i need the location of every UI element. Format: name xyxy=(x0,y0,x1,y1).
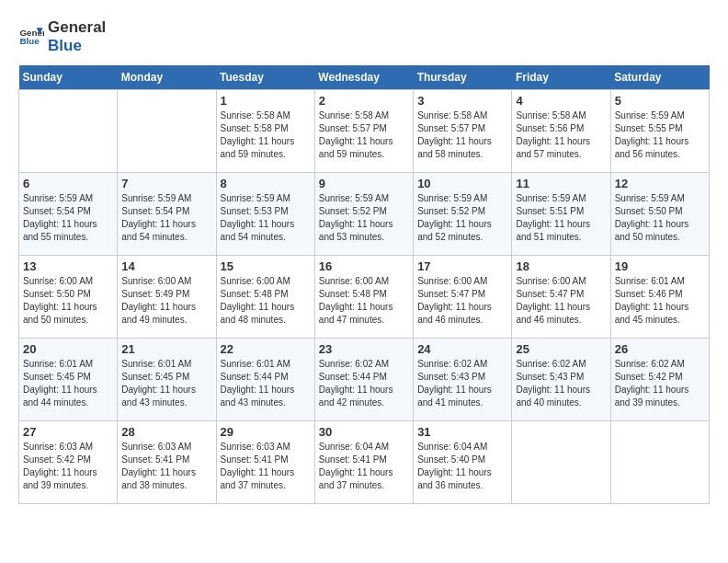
calendar-cell: 17Sunrise: 6:00 AM Sunset: 5:47 PM Dayli… xyxy=(414,255,512,338)
day-info: Sunrise: 5:58 AM Sunset: 5:58 PM Dayligh… xyxy=(221,109,311,161)
calendar-cell: 28Sunrise: 6:03 AM Sunset: 5:41 PM Dayli… xyxy=(118,420,216,503)
calendar-cell: 19Sunrise: 6:01 AM Sunset: 5:46 PM Dayli… xyxy=(610,255,709,338)
day-info: Sunrise: 6:00 AM Sunset: 5:47 PM Dayligh… xyxy=(417,275,507,327)
calendar-cell: 27Sunrise: 6:03 AM Sunset: 5:42 PM Dayli… xyxy=(19,420,118,503)
calendar-cell: 20Sunrise: 6:01 AM Sunset: 5:45 PM Dayli… xyxy=(19,338,118,420)
calendar-cell: 10Sunrise: 5:59 AM Sunset: 5:52 PM Dayli… xyxy=(414,172,512,255)
day-info: Sunrise: 6:00 AM Sunset: 5:47 PM Dayligh… xyxy=(516,275,606,327)
weekday-header-saturday: Saturday xyxy=(610,65,709,90)
calendar-cell xyxy=(610,420,709,503)
day-info: Sunrise: 6:01 AM Sunset: 5:44 PM Dayligh… xyxy=(221,358,311,409)
logo-text-blue: Blue xyxy=(48,37,106,55)
day-info: Sunrise: 5:59 AM Sunset: 5:50 PM Dayligh… xyxy=(615,192,705,244)
logo-icon: General Blue xyxy=(18,24,44,50)
day-number: 31 xyxy=(417,425,507,439)
day-info: Sunrise: 5:59 AM Sunset: 5:52 PM Dayligh… xyxy=(319,192,409,244)
calendar-cell: 31Sunrise: 6:04 AM Sunset: 5:40 PM Dayli… xyxy=(414,420,512,503)
day-info: Sunrise: 6:02 AM Sunset: 5:43 PM Dayligh… xyxy=(417,358,507,409)
calendar-cell: 29Sunrise: 6:03 AM Sunset: 5:41 PM Dayli… xyxy=(216,420,314,503)
day-number: 29 xyxy=(221,425,311,439)
day-number: 28 xyxy=(121,425,211,439)
day-info: Sunrise: 5:59 AM Sunset: 5:52 PM Dayligh… xyxy=(417,192,507,244)
day-number: 17 xyxy=(417,259,507,273)
week-row-2: 6Sunrise: 5:59 AM Sunset: 5:54 PM Daylig… xyxy=(19,172,710,255)
day-number: 13 xyxy=(23,259,113,273)
day-info: Sunrise: 5:59 AM Sunset: 5:54 PM Dayligh… xyxy=(23,192,113,244)
calendar-cell: 24Sunrise: 6:02 AM Sunset: 5:43 PM Dayli… xyxy=(414,338,512,420)
day-number: 30 xyxy=(319,425,409,439)
day-info: Sunrise: 5:59 AM Sunset: 5:51 PM Dayligh… xyxy=(516,192,606,244)
day-info: Sunrise: 6:02 AM Sunset: 5:44 PM Dayligh… xyxy=(319,358,409,409)
calendar-cell: 13Sunrise: 6:00 AM Sunset: 5:50 PM Dayli… xyxy=(19,255,118,338)
day-number: 5 xyxy=(615,94,705,108)
day-info: Sunrise: 5:59 AM Sunset: 5:55 PM Dayligh… xyxy=(615,109,705,161)
day-info: Sunrise: 6:00 AM Sunset: 5:49 PM Dayligh… xyxy=(121,275,211,327)
calendar-cell: 25Sunrise: 6:02 AM Sunset: 5:43 PM Dayli… xyxy=(512,338,610,420)
calendar-cell: 26Sunrise: 6:02 AM Sunset: 5:42 PM Dayli… xyxy=(610,338,709,420)
day-info: Sunrise: 6:03 AM Sunset: 5:42 PM Dayligh… xyxy=(23,441,113,492)
calendar-cell: 3Sunrise: 5:58 AM Sunset: 5:57 PM Daylig… xyxy=(414,89,512,172)
day-number: 27 xyxy=(23,425,113,439)
day-number: 16 xyxy=(319,259,409,273)
day-info: Sunrise: 6:01 AM Sunset: 5:46 PM Dayligh… xyxy=(615,275,705,327)
day-info: Sunrise: 6:02 AM Sunset: 5:43 PM Dayligh… xyxy=(516,358,606,409)
logo-text-general: General xyxy=(48,18,106,37)
day-number: 2 xyxy=(319,94,409,108)
week-row-4: 20Sunrise: 6:01 AM Sunset: 5:45 PM Dayli… xyxy=(19,338,710,420)
day-number: 6 xyxy=(23,177,113,190)
calendar-cell: 22Sunrise: 6:01 AM Sunset: 5:44 PM Dayli… xyxy=(216,338,314,420)
day-info: Sunrise: 5:59 AM Sunset: 5:53 PM Dayligh… xyxy=(221,192,311,244)
day-number: 7 xyxy=(121,177,211,190)
day-number: 10 xyxy=(417,177,507,190)
week-row-5: 27Sunrise: 6:03 AM Sunset: 5:42 PM Dayli… xyxy=(19,420,710,503)
day-info: Sunrise: 6:03 AM Sunset: 5:41 PM Dayligh… xyxy=(221,441,311,492)
calendar-cell: 8Sunrise: 5:59 AM Sunset: 5:53 PM Daylig… xyxy=(216,172,314,255)
calendar-cell: 23Sunrise: 6:02 AM Sunset: 5:44 PM Dayli… xyxy=(314,338,413,420)
day-number: 24 xyxy=(417,342,507,356)
calendar-cell: 4Sunrise: 5:58 AM Sunset: 5:56 PM Daylig… xyxy=(512,89,610,172)
calendar-cell: 9Sunrise: 5:59 AM Sunset: 5:52 PM Daylig… xyxy=(314,172,413,255)
calendar-cell xyxy=(118,89,216,172)
calendar-cell: 6Sunrise: 5:59 AM Sunset: 5:54 PM Daylig… xyxy=(19,172,118,255)
day-info: Sunrise: 6:04 AM Sunset: 5:41 PM Dayligh… xyxy=(319,441,409,492)
calendar-table: SundayMondayTuesdayWednesdayThursdayFrid… xyxy=(18,65,710,504)
calendar-cell xyxy=(512,420,610,503)
calendar-cell: 11Sunrise: 5:59 AM Sunset: 5:51 PM Dayli… xyxy=(512,172,610,255)
week-row-3: 13Sunrise: 6:00 AM Sunset: 5:50 PM Dayli… xyxy=(19,255,710,338)
calendar-cell: 12Sunrise: 5:59 AM Sunset: 5:50 PM Dayli… xyxy=(610,172,709,255)
day-number: 4 xyxy=(516,94,606,108)
calendar-cell: 1Sunrise: 5:58 AM Sunset: 5:58 PM Daylig… xyxy=(216,89,314,172)
day-number: 12 xyxy=(615,177,705,190)
day-info: Sunrise: 5:58 AM Sunset: 5:57 PM Dayligh… xyxy=(417,109,507,161)
calendar-cell: 30Sunrise: 6:04 AM Sunset: 5:41 PM Dayli… xyxy=(314,420,413,503)
day-number: 15 xyxy=(221,259,311,273)
day-number: 14 xyxy=(121,259,211,273)
day-number: 19 xyxy=(615,259,705,273)
day-info: Sunrise: 6:03 AM Sunset: 5:41 PM Dayligh… xyxy=(121,441,211,492)
calendar-cell: 7Sunrise: 5:59 AM Sunset: 5:54 PM Daylig… xyxy=(118,172,216,255)
day-number: 3 xyxy=(417,94,507,108)
weekday-header-monday: Monday xyxy=(118,65,216,90)
day-info: Sunrise: 6:00 AM Sunset: 5:48 PM Dayligh… xyxy=(319,275,409,327)
day-info: Sunrise: 6:04 AM Sunset: 5:40 PM Dayligh… xyxy=(417,441,507,492)
day-info: Sunrise: 6:00 AM Sunset: 5:50 PM Dayligh… xyxy=(23,275,113,327)
day-info: Sunrise: 6:02 AM Sunset: 5:42 PM Dayligh… xyxy=(615,358,705,409)
day-number: 9 xyxy=(319,177,409,190)
calendar-cell: 16Sunrise: 6:00 AM Sunset: 5:48 PM Dayli… xyxy=(314,255,413,338)
day-number: 22 xyxy=(221,342,311,356)
calendar-cell xyxy=(19,89,118,172)
day-number: 26 xyxy=(615,342,705,356)
day-number: 11 xyxy=(516,177,606,190)
weekday-header-friday: Friday xyxy=(512,65,610,90)
calendar-cell: 21Sunrise: 6:01 AM Sunset: 5:45 PM Dayli… xyxy=(118,338,216,420)
day-number: 8 xyxy=(221,177,311,190)
weekday-header-wednesday: Wednesday xyxy=(314,65,413,90)
calendar-cell: 5Sunrise: 5:59 AM Sunset: 5:55 PM Daylig… xyxy=(610,89,709,172)
day-info: Sunrise: 6:00 AM Sunset: 5:48 PM Dayligh… xyxy=(221,275,311,327)
svg-text:Blue: Blue xyxy=(19,37,40,47)
day-info: Sunrise: 5:58 AM Sunset: 5:57 PM Dayligh… xyxy=(319,109,409,161)
calendar-cell: 18Sunrise: 6:00 AM Sunset: 5:47 PM Dayli… xyxy=(512,255,610,338)
day-number: 18 xyxy=(516,259,606,273)
calendar-cell: 2Sunrise: 5:58 AM Sunset: 5:57 PM Daylig… xyxy=(314,89,413,172)
day-number: 25 xyxy=(516,342,606,356)
